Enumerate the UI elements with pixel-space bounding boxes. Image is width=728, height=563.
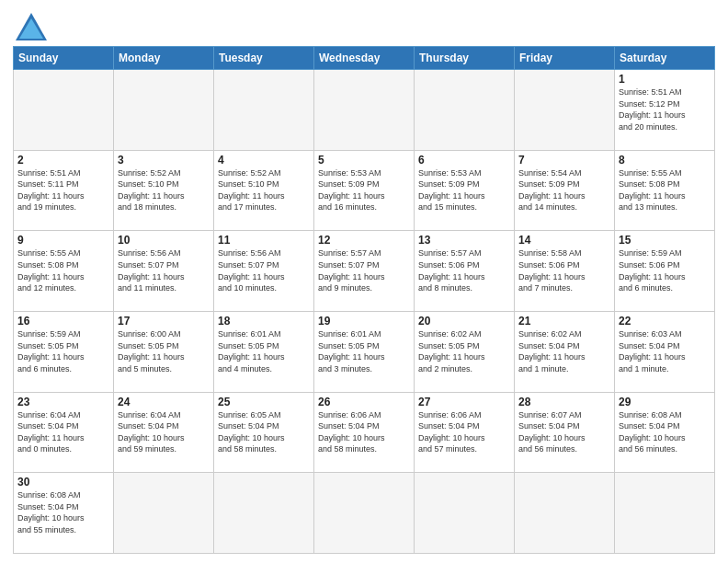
weekday-header: Sunday xyxy=(14,47,114,70)
day-number: 16 xyxy=(17,315,109,327)
calendar-cell: 14Sunrise: 5:58 AM Sunset: 5:06 PM Dayli… xyxy=(515,231,615,312)
day-number: 9 xyxy=(17,234,109,247)
calendar-cell xyxy=(114,473,214,554)
weekday-header: Monday xyxy=(114,47,214,70)
day-info: Sunrise: 5:59 AM Sunset: 5:06 PM Dayligh… xyxy=(619,247,711,293)
calendar-cell xyxy=(415,70,515,151)
calendar-cell: 5Sunrise: 5:53 AM Sunset: 5:09 PM Daylig… xyxy=(314,150,415,231)
day-number: 22 xyxy=(619,315,711,327)
day-info: Sunrise: 5:56 AM Sunset: 5:07 PM Dayligh… xyxy=(118,247,210,293)
weekday-header: Tuesday xyxy=(214,47,314,70)
calendar-cell xyxy=(14,70,114,151)
day-info: Sunrise: 6:01 AM Sunset: 5:05 PM Dayligh… xyxy=(318,328,410,374)
calendar-cell xyxy=(515,70,615,151)
calendar-cell: 2Sunrise: 5:51 AM Sunset: 5:11 PM Daylig… xyxy=(14,150,114,231)
day-number: 26 xyxy=(318,396,410,408)
day-number: 13 xyxy=(418,234,510,247)
calendar-cell: 25Sunrise: 6:05 AM Sunset: 5:04 PM Dayli… xyxy=(214,392,314,473)
day-number: 18 xyxy=(218,315,310,327)
page: SundayMondayTuesdayWednesdayThursdayFrid… xyxy=(0,0,728,563)
day-info: Sunrise: 6:06 AM Sunset: 5:04 PM Dayligh… xyxy=(418,409,510,455)
weekday-header: Friday xyxy=(515,47,615,70)
calendar-week-row: 1Sunrise: 5:51 AM Sunset: 5:12 PM Daylig… xyxy=(14,70,715,151)
day-info: Sunrise: 6:04 AM Sunset: 5:04 PM Dayligh… xyxy=(118,409,210,455)
day-number: 28 xyxy=(518,396,610,408)
calendar-cell: 3Sunrise: 5:52 AM Sunset: 5:10 PM Daylig… xyxy=(114,150,214,231)
day-number: 2 xyxy=(17,154,109,167)
calendar-cell: 12Sunrise: 5:57 AM Sunset: 5:07 PM Dayli… xyxy=(314,231,415,312)
calendar-cell: 27Sunrise: 6:06 AM Sunset: 5:04 PM Dayli… xyxy=(415,392,515,473)
day-number: 27 xyxy=(418,396,510,408)
calendar-cell: 16Sunrise: 5:59 AM Sunset: 5:05 PM Dayli… xyxy=(14,311,114,392)
day-info: Sunrise: 5:55 AM Sunset: 5:08 PM Dayligh… xyxy=(17,247,109,293)
day-number: 7 xyxy=(518,154,610,167)
day-info: Sunrise: 5:59 AM Sunset: 5:05 PM Dayligh… xyxy=(17,328,109,374)
day-info: Sunrise: 5:51 AM Sunset: 5:12 PM Dayligh… xyxy=(619,86,711,132)
calendar-cell: 20Sunrise: 6:02 AM Sunset: 5:05 PM Dayli… xyxy=(415,311,515,392)
day-info: Sunrise: 5:52 AM Sunset: 5:10 PM Dayligh… xyxy=(118,167,210,213)
calendar-cell xyxy=(114,70,214,151)
day-number: 12 xyxy=(318,234,410,247)
day-info: Sunrise: 5:57 AM Sunset: 5:06 PM Dayligh… xyxy=(418,247,510,293)
day-number: 17 xyxy=(118,315,210,327)
day-number: 14 xyxy=(518,234,610,247)
calendar-cell: 15Sunrise: 5:59 AM Sunset: 5:06 PM Dayli… xyxy=(615,231,715,312)
day-number: 6 xyxy=(418,154,510,167)
day-info: Sunrise: 6:03 AM Sunset: 5:04 PM Dayligh… xyxy=(619,328,711,374)
calendar-cell: 1Sunrise: 5:51 AM Sunset: 5:12 PM Daylig… xyxy=(615,70,715,151)
calendar-cell xyxy=(515,473,615,554)
calendar-cell: 24Sunrise: 6:04 AM Sunset: 5:04 PM Dayli… xyxy=(114,392,214,473)
calendar-cell: 18Sunrise: 6:01 AM Sunset: 5:05 PM Dayli… xyxy=(214,311,314,392)
calendar-cell: 13Sunrise: 5:57 AM Sunset: 5:06 PM Dayli… xyxy=(415,231,515,312)
day-number: 21 xyxy=(518,315,610,327)
calendar-cell: 22Sunrise: 6:03 AM Sunset: 5:04 PM Dayli… xyxy=(615,311,715,392)
weekday-header: Saturday xyxy=(615,47,715,70)
calendar-cell: 28Sunrise: 6:07 AM Sunset: 5:04 PM Dayli… xyxy=(515,392,615,473)
day-info: Sunrise: 6:04 AM Sunset: 5:04 PM Dayligh… xyxy=(17,409,109,455)
day-info: Sunrise: 6:02 AM Sunset: 5:05 PM Dayligh… xyxy=(418,328,510,374)
day-info: Sunrise: 5:58 AM Sunset: 5:06 PM Dayligh… xyxy=(518,247,610,293)
day-info: Sunrise: 6:02 AM Sunset: 5:04 PM Dayligh… xyxy=(518,328,610,374)
day-number: 11 xyxy=(218,234,310,247)
day-info: Sunrise: 5:55 AM Sunset: 5:08 PM Dayligh… xyxy=(619,167,711,213)
day-info: Sunrise: 5:52 AM Sunset: 5:10 PM Dayligh… xyxy=(218,167,310,213)
calendar-cell xyxy=(314,473,415,554)
calendar-week-row: 30Sunrise: 6:08 AM Sunset: 5:04 PM Dayli… xyxy=(14,473,715,554)
calendar-cell xyxy=(314,70,415,151)
calendar-cell: 21Sunrise: 6:02 AM Sunset: 5:04 PM Dayli… xyxy=(515,311,615,392)
calendar-header-row: SundayMondayTuesdayWednesdayThursdayFrid… xyxy=(14,47,715,70)
day-info: Sunrise: 6:07 AM Sunset: 5:04 PM Dayligh… xyxy=(518,409,610,455)
weekday-header: Wednesday xyxy=(314,47,415,70)
day-info: Sunrise: 6:01 AM Sunset: 5:05 PM Dayligh… xyxy=(218,328,310,374)
day-info: Sunrise: 6:00 AM Sunset: 5:05 PM Dayligh… xyxy=(118,328,210,374)
calendar-cell: 8Sunrise: 5:55 AM Sunset: 5:08 PM Daylig… xyxy=(615,150,715,231)
calendar-cell: 9Sunrise: 5:55 AM Sunset: 5:08 PM Daylig… xyxy=(14,231,114,312)
calendar-cell: 17Sunrise: 6:00 AM Sunset: 5:05 PM Dayli… xyxy=(114,311,214,392)
day-number: 15 xyxy=(619,234,711,247)
day-info: Sunrise: 5:54 AM Sunset: 5:09 PM Dayligh… xyxy=(518,167,610,213)
logo-icon xyxy=(16,13,47,40)
calendar-cell: 30Sunrise: 6:08 AM Sunset: 5:04 PM Dayli… xyxy=(14,473,114,554)
day-number: 25 xyxy=(218,396,310,408)
day-number: 20 xyxy=(418,315,510,327)
calendar-cell: 10Sunrise: 5:56 AM Sunset: 5:07 PM Dayli… xyxy=(114,231,214,312)
calendar-cell: 6Sunrise: 5:53 AM Sunset: 5:09 PM Daylig… xyxy=(415,150,515,231)
day-number: 30 xyxy=(17,476,109,488)
day-info: Sunrise: 6:05 AM Sunset: 5:04 PM Dayligh… xyxy=(218,409,310,455)
day-info: Sunrise: 5:53 AM Sunset: 5:09 PM Dayligh… xyxy=(318,167,410,213)
day-number: 24 xyxy=(118,396,210,408)
calendar-cell: 26Sunrise: 6:06 AM Sunset: 5:04 PM Dayli… xyxy=(314,392,415,473)
calendar-cell: 11Sunrise: 5:56 AM Sunset: 5:07 PM Dayli… xyxy=(214,231,314,312)
calendar-cell: 19Sunrise: 6:01 AM Sunset: 5:05 PM Dayli… xyxy=(314,311,415,392)
calendar-cell xyxy=(214,473,314,554)
logo xyxy=(13,13,47,40)
day-number: 3 xyxy=(118,154,210,167)
day-number: 5 xyxy=(318,154,410,167)
header xyxy=(13,9,715,40)
day-number: 23 xyxy=(17,396,109,408)
day-info: Sunrise: 6:06 AM Sunset: 5:04 PM Dayligh… xyxy=(318,409,410,455)
day-info: Sunrise: 6:08 AM Sunset: 5:04 PM Dayligh… xyxy=(17,489,109,535)
day-number: 4 xyxy=(218,154,310,167)
calendar-cell: 7Sunrise: 5:54 AM Sunset: 5:09 PM Daylig… xyxy=(515,150,615,231)
calendar-week-row: 9Sunrise: 5:55 AM Sunset: 5:08 PM Daylig… xyxy=(14,231,715,312)
